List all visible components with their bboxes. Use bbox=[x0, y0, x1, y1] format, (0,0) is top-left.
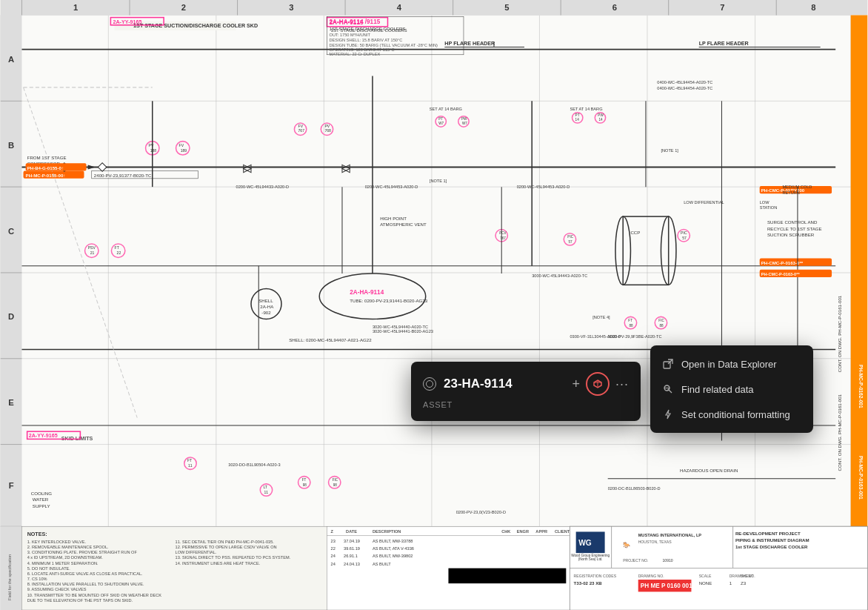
svg-text:FROM 1ST STAGE: FROM 1ST STAGE bbox=[27, 155, 67, 160]
svg-text:PH-MC-P-0155-00↑: PH-MC-P-0155-00↑ bbox=[26, 173, 66, 178]
svg-text:DRAWING NO.: DRAWING NO. bbox=[638, 574, 664, 578]
svg-text:PH-CMC-P-0163-0**: PH-CMC-P-0163-0** bbox=[761, 260, 804, 265]
svg-text:PH-CMC-P-0163-0**: PH-CMC-P-0163-0** bbox=[761, 272, 801, 276]
svg-text:0400-WC-45L94454-A020-TC: 0400-WC-45L94454-A020-TC bbox=[657, 86, 712, 90]
svg-text:88: 88 bbox=[629, 324, 633, 328]
svg-text:57: 57 bbox=[568, 240, 572, 244]
svg-text:OUT: 1750 M³/H/UNIT: OUT: 1750 M³/H/UNIT bbox=[330, 33, 371, 37]
context-menu-item-find-related[interactable]: Find related data bbox=[650, 377, 813, 402]
svg-text:3000-PV-29,9F3BE-A020-TC: 3000-PV-29,9F3BE-A020-TC bbox=[608, 334, 662, 339]
svg-text:22: 22 bbox=[117, 251, 121, 255]
svg-text:26.91.1: 26.91.1 bbox=[344, 554, 358, 558]
svg-text:AS BUILT: AS BUILT bbox=[373, 562, 391, 566]
svg-text:FT: FT bbox=[115, 245, 119, 250]
svg-text:6. LOCATE ANTI-SURGE VALVE AS : 6. LOCATE ANTI-SURGE VALVE AS CLOSE AS P… bbox=[27, 571, 143, 576]
svg-text:CHK: CHK bbox=[501, 529, 511, 534]
svg-text:PH-MC-P-0162-001: PH-MC-P-0162-001 bbox=[858, 365, 864, 408]
svg-text:APPR: APPR bbox=[535, 529, 547, 534]
svg-text:98: 98 bbox=[303, 483, 307, 487]
svg-text:ATMOSPHERIC VENT: ATMOSPHERIC VENT bbox=[380, 222, 427, 227]
svg-text:F: F bbox=[9, 481, 14, 490]
svg-text:39.61.19: 39.61.19 bbox=[344, 546, 360, 551]
diagram-container: 1 2 3 4 5 6 7 8 A B C D E F 1ST STAGE SU… bbox=[0, 0, 868, 610]
svg-text:2400-PV-23,91377-B020-TC: 2400-PV-23,91377-B020-TC bbox=[94, 173, 152, 178]
svg-text:PV: PV bbox=[324, 124, 330, 128]
svg-text:5: 5 bbox=[504, 3, 509, 12]
svg-text:PIC: PIC bbox=[681, 231, 687, 235]
svg-text:CLIENT: CLIENT bbox=[555, 529, 570, 534]
svg-text:CONT. ON DWG. PH-MC-P-0161-001: CONT. ON DWG. PH-MC-P-0161-001 bbox=[837, 394, 842, 471]
svg-text:SHELL: SHELL bbox=[258, 298, 273, 303]
svg-text:13. SIGNAL DIRECT TO PSS. REPE: 13. SIGNAL DIRECT TO PSS. REPEATED TO PC… bbox=[176, 555, 291, 560]
svg-text:3020-DO-B1L90504-A020-3: 3020-DO-B1L90504-A020-3 bbox=[228, 463, 280, 467]
svg-text:2: 2 bbox=[181, 3, 186, 12]
svg-text:HP FLARE HEADER: HP FLARE HEADER bbox=[444, 41, 495, 47]
popup-add-button[interactable]: + bbox=[572, 377, 580, 391]
lightning-icon bbox=[662, 408, 674, 420]
svg-text:MUSTANG INTERNATIONAL, LP: MUSTANG INTERNATIONAL, LP bbox=[638, 533, 702, 537]
external-link-icon bbox=[662, 358, 674, 370]
svg-marker-296 bbox=[666, 410, 670, 419]
svg-text:[NOTE 1]: [NOTE 1] bbox=[661, 148, 678, 153]
svg-text:5. DO NOT INSULATE.: 5. DO NOT INSULATE. bbox=[27, 566, 71, 571]
svg-text:0200-WC-45L94453-A020-D: 0200-WC-45L94453-A020-D bbox=[517, 185, 570, 189]
svg-text:PT: PT bbox=[575, 113, 580, 117]
svg-text:2A-HA: 2A-HA bbox=[260, 304, 274, 309]
svg-text:12. PERMISSIVE TO OPEN LARGE C: 12. PERMISSIVE TO OPEN LARGE CSDV VALVE … bbox=[176, 545, 277, 549]
svg-text:1: 1 bbox=[73, 3, 78, 12]
svg-text:HAZARDOUS OPEN DRAIN: HAZARDOUS OPEN DRAIN bbox=[680, 468, 738, 473]
svg-text:OPERATING: 120 BARG AT 115°C: OPERATING: 120 BARG AT 115°C bbox=[330, 47, 395, 52]
svg-text:HOUSTON, TEXAS: HOUSTON, TEXAS bbox=[638, 540, 672, 544]
svg-text:[NOTE 1]: [NOTE 1] bbox=[430, 179, 447, 183]
svg-text:24.04.13: 24.04.13 bbox=[344, 562, 360, 566]
svg-rect-18 bbox=[1, 0, 22, 610]
context-menu-item-open-explorer[interactable]: Open in Data Explorer bbox=[650, 351, 813, 377]
asset-circle-icon bbox=[423, 377, 436, 391]
svg-text:FT: FT bbox=[628, 319, 632, 322]
svg-text:88: 88 bbox=[659, 324, 664, 328]
svg-text:DESCRIPTION: DESCRIPTION bbox=[373, 529, 401, 534]
svg-text:CCP: CCP bbox=[630, 230, 640, 235]
svg-text:LT: LT bbox=[263, 485, 267, 489]
svg-text:D: D bbox=[8, 312, 14, 321]
svg-text:RETURN: RETURN bbox=[782, 190, 799, 195]
svg-text:1ST STAGE SUCTION/DISCHARGE CO: 1ST STAGE SUCTION/DISCHARGE COOLER SKD bbox=[133, 23, 258, 29]
svg-text:3. CONDITIONING PLATE. PROVIDE: 3. CONDITIONING PLATE. PROVIDE STRAIGHT … bbox=[27, 550, 138, 554]
popup-more-button[interactable]: ··· bbox=[615, 377, 629, 392]
svg-text:ENGR: ENGR bbox=[517, 529, 529, 534]
svg-text:RE-DEVELOPMENT PROJECT: RE-DEVELOPMENT PROJECT bbox=[735, 531, 801, 536]
svg-text:LP FLARE HEADER: LP FLARE HEADER bbox=[699, 41, 750, 47]
svg-text:DATE: DATE bbox=[346, 529, 357, 534]
svg-text:2A-HA-9114  /9115: 2A-HA-9114 /9115 bbox=[330, 19, 381, 25]
svg-text:🐎: 🐎 bbox=[623, 541, 631, 549]
popup-3d-button[interactable] bbox=[586, 372, 610, 396]
svg-text:14. INSTRUMENT LINES ARE HEAT : 14. INSTRUMENT LINES ARE HEAT TRACE. bbox=[176, 561, 261, 566]
svg-text:14: 14 bbox=[575, 118, 580, 122]
asset-popup: 23-HA-9114 + ··· ASSET bbox=[411, 362, 641, 421]
svg-text:AS BUILT, MW-39802: AS BUILT, MW-39802 bbox=[373, 554, 413, 558]
svg-text:2. REMOVEABLE MAINTENANCE SPOO: 2. REMOVEABLE MAINTENANCE SPOOL. bbox=[27, 545, 109, 549]
search-related-icon bbox=[662, 383, 674, 395]
svg-text:2A-HA-9114: 2A-HA-9114 bbox=[350, 289, 384, 296]
svg-text:11: 11 bbox=[188, 463, 193, 468]
svg-text:FIC: FIC bbox=[658, 319, 664, 322]
svg-text:2A-YY-9165: 2A-YY-9165 bbox=[29, 433, 58, 439]
svg-text:3: 3 bbox=[289, 3, 293, 12]
svg-rect-226 bbox=[448, 568, 566, 583]
svg-text:FIC: FIC bbox=[333, 478, 338, 482]
svg-text:3020-WC-45L94441-B020-AG23: 3020-WC-45L94441-B020-AG23 bbox=[373, 329, 433, 334]
svg-text:SET AT 14 BARG: SET AT 14 BARG bbox=[430, 107, 462, 111]
context-menu-item-conditional-format[interactable]: Set conditional formatting bbox=[650, 402, 813, 427]
svg-text:(North Sea) Ltd.: (North Sea) Ltd. bbox=[578, 557, 603, 561]
svg-text:PIC: PIC bbox=[567, 235, 573, 239]
svg-text:0200-DC-B1L86503-B020-D: 0200-DC-B1L86503-B020-D bbox=[608, 486, 661, 491]
svg-text:W7: W7 bbox=[438, 122, 444, 125]
svg-text:1: 1 bbox=[730, 580, 732, 586]
svg-text:W7: W7 bbox=[462, 122, 467, 125]
svg-text:AS BUILT, ATA V-4336: AS BUILT, ATA V-4336 bbox=[373, 546, 414, 551]
svg-text:A: A bbox=[8, 55, 14, 64]
svg-text:8. INSTALLATION VALVE PARALLEL: 8. INSTALLATION VALVE PARALLEL TO SHUTDO… bbox=[27, 582, 144, 586]
svg-text:22: 22 bbox=[331, 546, 335, 551]
pid-diagram: 1 2 3 4 5 6 7 8 A B C D E F 1ST STAGE SU… bbox=[0, 0, 868, 610]
svg-text:LOW: LOW bbox=[760, 200, 770, 205]
